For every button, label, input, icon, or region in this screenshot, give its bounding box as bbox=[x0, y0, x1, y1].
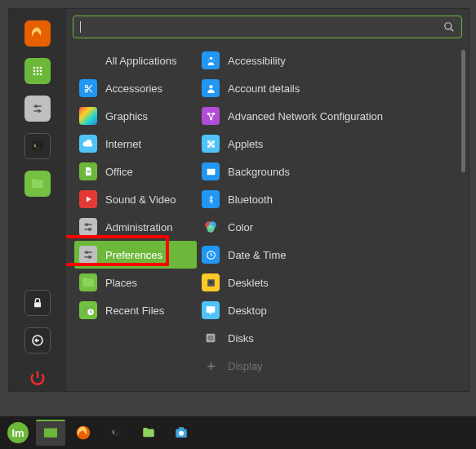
svg-point-6 bbox=[40, 70, 42, 73]
search-row bbox=[66, 9, 469, 43]
fav-firefox[interactable] bbox=[24, 20, 51, 47]
taskbar-menu[interactable]: lm bbox=[3, 420, 33, 446]
svg-point-18 bbox=[445, 23, 452, 29]
svg-point-11 bbox=[35, 105, 37, 107]
svg-rect-40 bbox=[207, 168, 215, 175]
svg-point-27 bbox=[86, 224, 87, 225]
person-icon bbox=[202, 51, 220, 69]
net-icon bbox=[202, 107, 220, 125]
fav-terminal[interactable]: $_ bbox=[24, 133, 51, 159]
note-icon bbox=[202, 273, 220, 291]
category-internet[interactable]: Internet bbox=[74, 130, 197, 158]
category-label: Office bbox=[105, 166, 133, 178]
search-box[interactable] bbox=[73, 16, 462, 38]
svg-rect-16 bbox=[34, 302, 41, 307]
app-backgrounds[interactable]: Backgrounds bbox=[197, 158, 469, 185]
category-sound-video[interactable]: Sound & Video bbox=[74, 185, 197, 213]
search-input[interactable] bbox=[81, 21, 443, 33]
square-icon bbox=[79, 107, 97, 125]
app-label: Display bbox=[228, 360, 263, 372]
category-label: Recent Files bbox=[105, 305, 164, 317]
app-label: Color bbox=[228, 221, 253, 233]
svg-point-29 bbox=[89, 229, 91, 230]
svg-point-9 bbox=[40, 73, 42, 76]
fav-lock[interactable] bbox=[24, 290, 51, 316]
app-date-time[interactable]: Date & Time bbox=[197, 241, 469, 269]
category-accessories[interactable]: Accessories bbox=[74, 74, 197, 102]
svg-rect-47 bbox=[208, 282, 212, 283]
color-icon bbox=[202, 218, 220, 236]
scrollbar-thumb[interactable] bbox=[461, 50, 465, 172]
svg-point-31 bbox=[86, 251, 87, 253]
app-label: Desktop bbox=[228, 305, 267, 317]
category-label: Graphics bbox=[105, 110, 148, 122]
play-icon bbox=[79, 190, 97, 208]
category-graphics[interactable]: Graphics bbox=[74, 102, 197, 130]
app-label: Desklets bbox=[228, 277, 269, 289]
fav-files[interactable] bbox=[24, 171, 51, 197]
app-label: Disks bbox=[228, 332, 254, 345]
svg-line-19 bbox=[451, 29, 454, 32]
category-office[interactable]: Office bbox=[74, 158, 197, 185]
fav-quit[interactable] bbox=[24, 365, 51, 391]
taskbar-files[interactable] bbox=[134, 420, 163, 446]
category-label: Internet bbox=[105, 138, 141, 150]
app-account-details[interactable]: Account details bbox=[197, 74, 469, 102]
app-accessibility[interactable]: Accessibility bbox=[197, 47, 469, 74]
menu-right-area: All ApplicationsAccessoriesGraphicsInter… bbox=[66, 9, 469, 391]
svg-point-36 bbox=[209, 85, 212, 88]
menu-columns: All ApplicationsAccessoriesGraphicsInter… bbox=[66, 43, 469, 391]
puzzle-icon bbox=[202, 135, 220, 153]
fav-logout[interactable] bbox=[24, 327, 51, 353]
app-color[interactable]: Color bbox=[197, 213, 469, 241]
category-preferences[interactable]: Preferences bbox=[74, 241, 197, 269]
taskbar-screenshot[interactable] bbox=[167, 420, 196, 446]
taskbar-terminal[interactable]: $_ bbox=[101, 420, 131, 446]
app-label: Accessibility bbox=[228, 55, 286, 67]
taskbar-show-desktop[interactable] bbox=[36, 420, 65, 446]
svg-point-35 bbox=[209, 56, 211, 59]
user-icon bbox=[202, 79, 220, 97]
category-label: Places bbox=[105, 277, 137, 289]
svg-point-3 bbox=[40, 67, 42, 69]
category-label: Sound & Video bbox=[105, 193, 176, 206]
bt-icon bbox=[202, 190, 220, 208]
app-bluetooth[interactable]: Bluetooth bbox=[197, 185, 469, 213]
svg-point-39 bbox=[210, 118, 211, 119]
sliders-icon bbox=[79, 218, 97, 236]
svg-point-2 bbox=[37, 67, 39, 69]
svg-text:$_: $_ bbox=[112, 429, 118, 435]
app-label: Backgrounds bbox=[228, 166, 290, 178]
app-label: Date & Time bbox=[228, 249, 287, 261]
app-desklets[interactable]: Desklets bbox=[197, 269, 469, 296]
category-places[interactable]: Places bbox=[74, 269, 197, 296]
svg-point-5 bbox=[37, 70, 39, 73]
category-all-applications[interactable]: All Applications bbox=[74, 47, 197, 74]
svg-rect-49 bbox=[209, 313, 212, 314]
app-applets[interactable]: Applets bbox=[197, 130, 469, 158]
svg-rect-24 bbox=[87, 171, 91, 171]
svg-point-43 bbox=[207, 225, 215, 233]
app-label: Applets bbox=[228, 138, 263, 150]
fav-settings[interactable] bbox=[24, 96, 51, 122]
svg-rect-46 bbox=[208, 281, 212, 282]
clockfolder-icon bbox=[79, 301, 97, 319]
svg-point-7 bbox=[33, 73, 36, 76]
svg-point-52 bbox=[210, 337, 211, 339]
category-recent-files[interactable]: Recent Files bbox=[74, 296, 197, 324]
scissors-icon bbox=[79, 79, 97, 97]
display-icon bbox=[202, 357, 220, 375]
app-desktop[interactable]: Desktop bbox=[197, 296, 469, 324]
taskbar-firefox[interactable] bbox=[69, 420, 98, 446]
app-label: Account details bbox=[228, 82, 300, 95]
category-label: Accessories bbox=[105, 82, 162, 95]
app-advanced-network-configuration[interactable]: Advanced Network Configuration bbox=[197, 102, 469, 130]
svg-rect-61 bbox=[179, 427, 184, 429]
svg-rect-55 bbox=[44, 429, 57, 438]
app-disks[interactable]: Disks bbox=[197, 324, 469, 352]
fav-apps-grid[interactable] bbox=[24, 58, 51, 84]
svg-point-8 bbox=[37, 73, 39, 76]
svg-rect-48 bbox=[207, 306, 216, 313]
category-label: Preferences bbox=[105, 249, 162, 261]
category-administration[interactable]: Administration bbox=[74, 213, 197, 241]
